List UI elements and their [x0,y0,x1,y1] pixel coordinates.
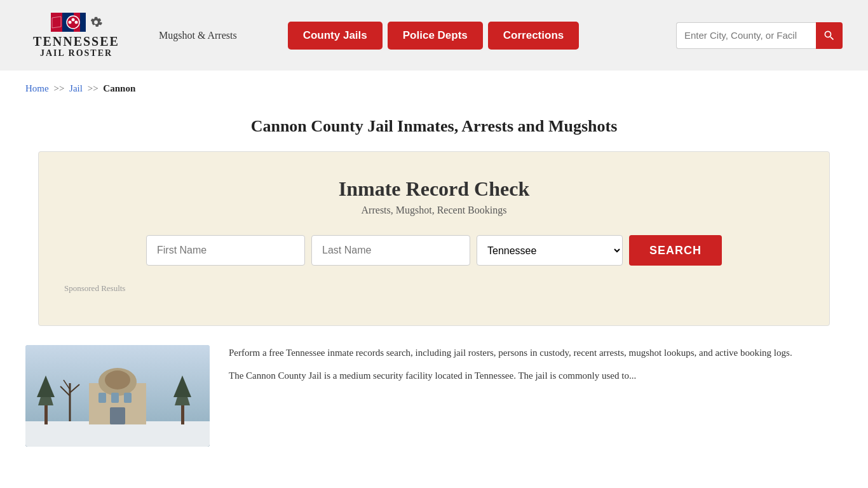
header-search-button[interactable] [816,22,843,49]
gear-icon [90,16,102,29]
inmate-record-check-box: Inmate Record Check Arrests, Mugshot, Re… [38,151,830,326]
page-title-section: Cannon County Jail Inmates, Arrests and … [0,107,868,151]
svg-rect-14 [98,393,106,403]
svg-rect-8 [80,13,86,32]
header-search-input[interactable] [676,22,816,49]
inmate-search-form: AlabamaAlaskaArizonaArkansasCaliforniaCo… [64,235,804,266]
page-title: Cannon County Jail Inmates, Arrests and … [25,117,843,136]
svg-rect-18 [44,402,48,424]
first-name-input[interactable] [146,235,305,266]
svg-point-5 [68,21,71,24]
breadcrumb-home-link[interactable]: Home [25,83,49,93]
record-check-title: Inmate Record Check [64,177,804,201]
svg-point-7 [74,21,78,24]
svg-rect-1 [51,13,62,32]
inmate-search-button[interactable]: SEARCH [629,235,722,266]
svg-point-6 [71,18,74,22]
bottom-paragraph-2: The Cannon County Jail is a medium secur… [229,368,792,383]
svg-rect-15 [111,393,119,403]
svg-rect-10 [25,421,210,447]
site-header: TENNESSEE JAIL ROSTER Mugshot & Arrests … [0,0,868,71]
police-depts-button[interactable]: Police Depts [388,22,483,50]
mugshot-arrests-link[interactable]: Mugshot & Arrests [159,30,237,41]
breadcrumb-jail-link[interactable]: Jail [69,83,83,93]
logo-tennessee: TENNESSEE [33,34,119,48]
county-jails-button[interactable]: County Jails [288,22,383,50]
search-icon [823,29,836,42]
cannon-county-image [25,345,210,447]
bottom-paragraph-1: Perform a free Tennessee inmate records … [229,345,792,360]
svg-rect-19 [181,402,184,424]
svg-rect-17 [110,407,125,424]
main-nav: County Jails Police Depts Corrections [288,22,580,50]
breadcrumb-sep-1: >> [53,83,64,93]
building-scene-svg [25,345,210,447]
svg-rect-16 [124,393,132,403]
header-search-area [676,22,843,49]
sponsored-results-label: Sponsored Results [64,283,804,294]
svg-point-13 [105,370,130,390]
bottom-content: Perform a free Tennessee inmate records … [0,326,868,466]
last-name-input[interactable] [311,235,470,266]
state-select[interactable]: AlabamaAlaskaArizonaArkansasCaliforniaCo… [477,235,623,266]
record-check-subtitle: Arrests, Mugshot, Recent Bookings [64,205,804,216]
logo-area: TENNESSEE JAIL ROSTER [25,13,127,58]
breadcrumb: Home >> Jail >> Cannon [0,71,868,107]
corrections-button[interactable]: Corrections [488,22,579,50]
breadcrumb-current: Cannon [103,83,135,93]
logo-text: TENNESSEE JAIL ROSTER [33,34,119,58]
breadcrumb-sep-2: >> [88,83,98,93]
bottom-description: Perform a free Tennessee inmate records … [229,345,792,383]
tn-flag-icon [51,13,86,32]
logo-jail-roster: JAIL ROSTER [33,48,119,58]
